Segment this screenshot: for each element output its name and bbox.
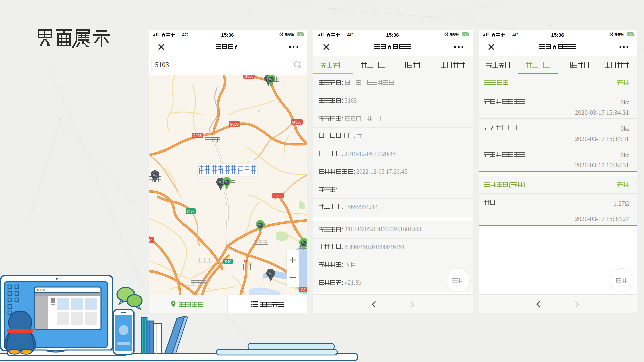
svg-text:G76: G76 xyxy=(187,209,195,214)
svg-text:G355: G355 xyxy=(274,194,283,198)
svg-text:G235: G235 xyxy=(193,134,202,138)
svg-text:G355: G355 xyxy=(292,120,302,124)
svg-text:G356: G356 xyxy=(245,75,254,78)
svg-text:S40: S40 xyxy=(225,260,231,264)
svg-text:G235: G235 xyxy=(230,122,239,126)
svg-text:G7: G7 xyxy=(149,238,152,242)
